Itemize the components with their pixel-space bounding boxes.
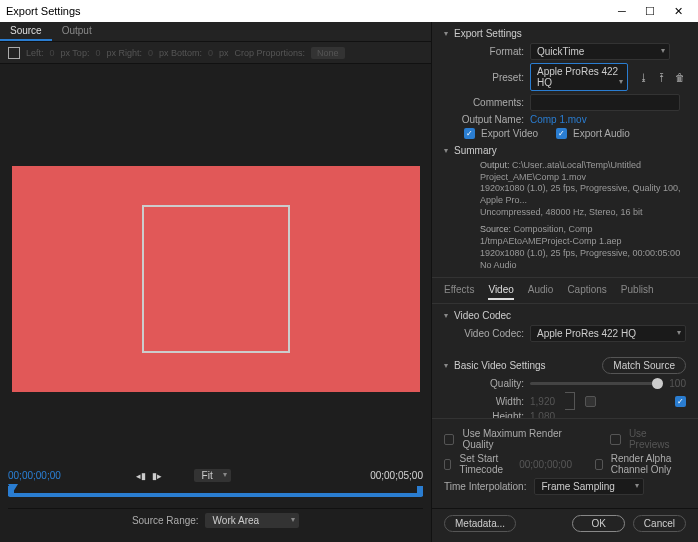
format-dropdown[interactable]: QuickTime <box>530 43 670 60</box>
crop-icon[interactable] <box>8 47 20 59</box>
chevron-down-icon: ▾ <box>444 146 448 155</box>
import-preset-icon[interactable]: ⭱ <box>656 71 668 83</box>
crop-left-value[interactable]: 0 <box>50 48 55 58</box>
step-back-icon[interactable]: ◂▮ <box>136 471 146 481</box>
cancel-button[interactable]: Cancel <box>633 515 686 532</box>
tab-source[interactable]: Source <box>0 22 52 41</box>
quality-label: Quality: <box>444 378 524 389</box>
window-controls: ─ ☐ ✕ <box>608 0 692 22</box>
summary-source: Source: Composition, Comp 1/tmpAEtoAMEPr… <box>444 224 686 271</box>
tab-effects[interactable]: Effects <box>444 284 474 300</box>
width-label: Width: <box>444 396 524 407</box>
set-start-tc-checkbox[interactable] <box>444 459 451 470</box>
step-forward-icon[interactable]: ▮▸ <box>152 471 162 481</box>
close-button[interactable]: ✕ <box>664 0 692 22</box>
set-start-tc-label: Set Start Timecode <box>459 453 511 475</box>
titlebar: Export Settings ─ ☐ ✕ <box>0 0 698 22</box>
render-alpha-label: Render Alpha Channel Only <box>611 453 686 475</box>
playhead[interactable] <box>8 484 18 492</box>
video-codec-title: Video Codec <box>454 310 511 321</box>
timeline-slider[interactable] <box>8 486 423 500</box>
timecode-duration: 00;00;05;00 <box>370 470 423 481</box>
crop-proportions-label: Crop Proportions: <box>235 48 306 58</box>
tab-captions[interactable]: Captions <box>567 284 606 300</box>
crop-right-label: px Right: <box>106 48 142 58</box>
right-panel: ▾ Export Settings Format: QuickTime Pres… <box>432 22 698 542</box>
crop-toolbar: Left: 0 px Top: 0 px Right: 0 px Bottom:… <box>0 42 431 64</box>
tab-video[interactable]: Video <box>488 284 513 300</box>
chevron-down-icon: ▾ <box>444 311 448 320</box>
wh-match-checkbox[interactable]: ✓ <box>675 396 686 407</box>
save-preset-icon[interactable]: ⭳ <box>638 71 650 83</box>
width-value[interactable]: 1,920 <box>530 396 555 407</box>
crop-top-value[interactable]: 0 <box>95 48 100 58</box>
delete-preset-icon[interactable]: 🗑 <box>674 71 686 83</box>
summary-output: Output: C:\User..ata\Local\Temp\Untitled… <box>444 160 686 218</box>
ok-button[interactable]: OK <box>572 515 624 532</box>
timecode-current[interactable]: 00;00;00;00 <box>8 470 61 481</box>
export-audio-label: Export Audio <box>573 128 630 139</box>
crop-bottom-value[interactable]: 0 <box>208 48 213 58</box>
source-range-label: Source Range: <box>132 515 199 526</box>
tab-audio[interactable]: Audio <box>528 284 554 300</box>
window-title: Export Settings <box>6 5 81 17</box>
safe-area-rect <box>142 205 290 353</box>
set-start-tc-value: 00;00;00;00 <box>519 459 572 470</box>
tab-publish[interactable]: Publish <box>621 284 654 300</box>
export-settings-header[interactable]: ▾ Export Settings <box>444 28 686 39</box>
export-settings-title: Export Settings <box>454 28 522 39</box>
link-dimensions-icon[interactable] <box>565 392 575 410</box>
preset-dropdown[interactable]: Apple ProRes 422 HQ <box>530 63 628 91</box>
max-render-quality-checkbox[interactable] <box>444 434 454 445</box>
crop-top-label: px Top: <box>61 48 90 58</box>
summary-source-label: Source: <box>480 224 511 234</box>
minimize-button[interactable]: ─ <box>608 0 636 22</box>
quality-value: 100 <box>669 378 686 389</box>
output-name-link[interactable]: Comp 1.mov <box>530 114 587 125</box>
zoom-fit-dropdown[interactable]: Fit <box>194 469 231 482</box>
sub-tabs: Effects Video Audio Captions Publish <box>432 277 698 304</box>
summary-header[interactable]: ▾ Summary <box>444 145 686 156</box>
crop-right-value[interactable]: 0 <box>148 48 153 58</box>
summary-title: Summary <box>454 145 497 156</box>
preview-tabs: Source Output <box>0 22 431 42</box>
video-codec-header[interactable]: ▾ Video Codec <box>444 310 686 321</box>
dialog-footer: Metadata... OK Cancel <box>432 508 698 542</box>
max-render-quality-label: Use Maximum Render Quality <box>462 428 587 450</box>
height-label: Height: <box>444 411 524 418</box>
maximize-button[interactable]: ☐ <box>636 0 664 22</box>
preview-area: 00;00;00;00 ◂▮ ▮▸ Fit 00;00;05;00 <box>0 64 431 542</box>
preview-frame <box>12 166 420 392</box>
export-video-checkbox[interactable]: ✓ <box>464 128 475 139</box>
time-interp-dropdown[interactable]: Frame Sampling <box>534 478 644 495</box>
crop-left-label: Left: <box>26 48 44 58</box>
source-range-dropdown[interactable]: Work Area <box>205 513 300 528</box>
export-video-label: Export Video <box>481 128 538 139</box>
out-point-handle[interactable] <box>417 486 423 496</box>
summary-output-text: C:\User..ata\Local\Temp\Untitled Project… <box>480 160 681 217</box>
summary-output-label: Output: <box>480 160 510 170</box>
use-previews-label: Use Previews <box>629 428 686 450</box>
crop-proportions-dropdown[interactable]: None <box>311 47 345 59</box>
crop-px: px <box>219 48 229 58</box>
tab-output[interactable]: Output <box>52 22 102 41</box>
format-label: Format: <box>444 46 524 57</box>
use-previews-checkbox <box>610 434 620 445</box>
video-codec-dropdown[interactable]: Apple ProRes 422 HQ <box>530 325 686 342</box>
chevron-down-icon: ▾ <box>444 29 448 38</box>
match-source-button[interactable]: Match Source <box>602 357 686 374</box>
metadata-button[interactable]: Metadata... <box>444 515 516 532</box>
basic-video-header[interactable]: ▾ Basic Video Settings Match Source <box>444 357 686 374</box>
preset-label: Preset: <box>444 72 524 83</box>
export-audio-checkbox[interactable]: ✓ <box>556 128 567 139</box>
render-alpha-checkbox[interactable] <box>595 459 602 470</box>
comments-input[interactable] <box>530 94 680 111</box>
height-value[interactable]: 1,080 <box>530 411 555 418</box>
time-interp-label: Time Interpolation: <box>444 481 526 492</box>
quality-slider[interactable] <box>530 382 663 385</box>
comments-label: Comments: <box>444 97 524 108</box>
basic-video-title: Basic Video Settings <box>454 360 546 371</box>
dimensions-lock-toggle[interactable] <box>585 396 596 407</box>
chevron-down-icon: ▾ <box>444 361 448 370</box>
summary-source-text: Composition, Comp 1/tmpAEtoAMEProject-Co… <box>480 224 680 269</box>
